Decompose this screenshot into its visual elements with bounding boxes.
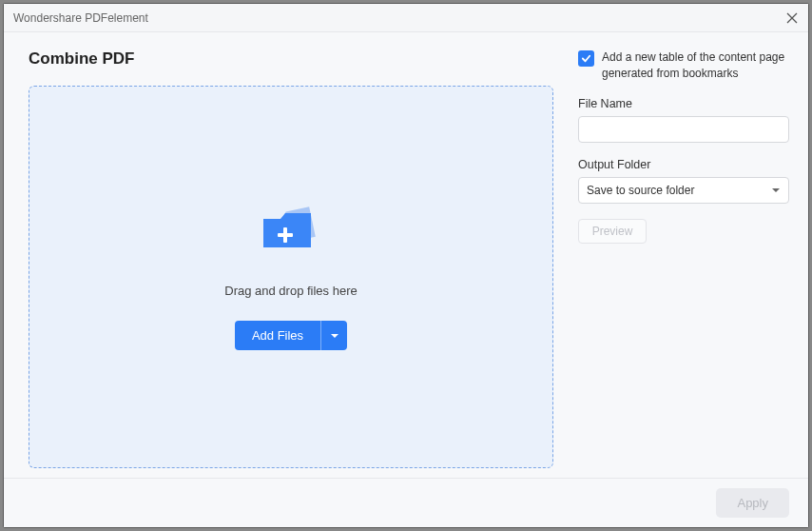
file-name-input[interactable] [578,116,789,143]
add-files-button[interactable]: Add Files [235,321,320,350]
close-button[interactable] [782,8,802,29]
preview-row: Preview [578,219,789,244]
apply-button[interactable]: Apply [716,488,789,518]
dialog-window: Wondershare PDFelement Combine PDF Drag … [3,3,809,528]
file-dropzone[interactable]: Drag and drop files here Add Files [29,86,553,468]
output-folder-select[interactable]: Save to source folder [578,177,789,204]
check-icon [581,53,591,64]
add-files-group: Add Files [235,321,347,350]
toc-checkbox-row: Add a new table of the content page gene… [578,49,789,82]
output-folder-value: Save to source folder [587,184,694,197]
page-title: Combine PDF [29,49,553,69]
file-name-label: File Name [578,97,789,110]
add-files-dropdown[interactable] [320,321,347,350]
toc-checkbox[interactable] [578,50,594,67]
window-title: Wondershare PDFelement [13,11,148,25]
close-icon [786,12,798,24]
file-name-field: File Name [578,97,789,143]
left-panel: Combine PDF Drag and drop files here Add… [4,32,570,478]
right-panel: Add a new table of the content page gene… [570,32,808,478]
titlebar: Wondershare PDFelement [4,4,808,32]
toc-checkbox-label: Add a new table of the content page gene… [602,49,789,82]
output-folder-field: Output Folder Save to source folder [578,158,789,204]
preview-button[interactable]: Preview [578,219,647,244]
dropzone-hint: Drag and drop files here [224,284,357,298]
output-folder-label: Output Folder [578,158,789,171]
folder-plus-icon [258,204,324,257]
footer: Apply [4,478,808,527]
svg-rect-1 [278,233,293,237]
chevron-down-icon [771,186,781,195]
chevron-down-icon [330,331,339,341]
content-area: Combine PDF Drag and drop files here Add… [4,32,808,478]
